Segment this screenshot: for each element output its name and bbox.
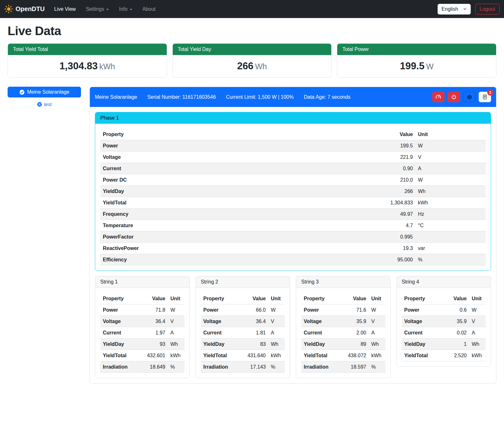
nav-links: Live View Settings Info About: [49, 4, 161, 15]
string-table-body: Power 66.0 W Voltage 36.4 V: [201, 304, 285, 373]
summary-card-total-power: Total Power 199.5W: [337, 43, 496, 78]
unit-cell: A: [369, 327, 385, 339]
table-row: ReactivePower 19.3 var: [100, 243, 486, 254]
property-cell: YieldTotal: [301, 350, 339, 361]
property-cell: YieldDay: [100, 339, 138, 350]
summary-card-body: 199.5W: [337, 55, 496, 77]
summary-card-value: 266: [237, 60, 253, 72]
value-cell: 1.97: [138, 327, 168, 339]
property-cell: Voltage: [402, 316, 443, 327]
col-value: Value: [239, 293, 268, 304]
unit-cell: W: [369, 304, 385, 316]
summary-card-unit: kWh: [99, 62, 115, 71]
nav-about[interactable]: About: [137, 4, 161, 15]
col-value: Value: [138, 293, 168, 304]
inverter-sidebar: Meine Solaranlage test: [8, 87, 81, 107]
brand-link[interactable]: OpenDTU: [4, 5, 45, 13]
table-header-row: Property Value Unit: [301, 293, 385, 304]
nav-live-view[interactable]: Live View: [49, 4, 81, 15]
property-cell: YieldDay: [402, 339, 443, 350]
value-cell: 2.520: [443, 350, 469, 361]
inverter-power-button[interactable]: [448, 92, 460, 102]
string-card-body: Property Value Unit Power: [95, 288, 190, 378]
summary-card-total-yield-total: Total Yield Total 1,304.83kWh: [8, 43, 167, 78]
inverter-select-test[interactable]: test: [8, 102, 81, 107]
col-property: Property: [402, 293, 443, 304]
table-row: YieldTotal 438.072 kWh: [301, 350, 385, 361]
table-row: Voltage 36.4 V: [100, 316, 184, 327]
property-cell: Voltage: [301, 316, 339, 327]
nav-settings[interactable]: Settings: [81, 4, 114, 15]
nav-info[interactable]: Info: [114, 4, 137, 15]
string-card-title: String 3: [296, 276, 390, 288]
table-row: Power DC 210.0 W: [100, 174, 486, 186]
table-row: PowerFactor 0.995: [100, 231, 486, 243]
language-select[interactable]: English: [438, 4, 471, 15]
table-row: YieldDay 83 Wh: [201, 339, 285, 350]
phase-table-body: Power 199.5 W Voltage 221.9 V: [100, 140, 486, 265]
unit-cell: kWh: [369, 350, 385, 361]
property-cell: Voltage: [100, 316, 138, 327]
property-cell: Power: [100, 140, 289, 152]
col-property: Property: [301, 293, 339, 304]
table-row: Current 0.02 A: [402, 327, 486, 339]
col-value: Value: [443, 293, 469, 304]
value-cell: 1,304.833: [289, 197, 415, 209]
value-cell: 199.5: [289, 140, 415, 152]
table-header-row: Property Value Unit: [100, 293, 184, 304]
property-cell: Temperature: [100, 220, 289, 231]
property-cell: Current: [100, 327, 138, 339]
unit-cell: W: [469, 304, 486, 316]
inverter-limit-settings-button[interactable]: [463, 92, 476, 102]
string-table: Property Value Unit Power: [100, 293, 184, 373]
speedometer-icon: [435, 94, 441, 100]
value-cell: 36.4: [239, 316, 268, 327]
summary-card-title: Total Yield Total: [8, 44, 167, 55]
property-cell: Voltage: [201, 316, 239, 327]
property-cell: Efficiency: [100, 254, 289, 265]
unit-cell: W: [415, 174, 486, 186]
chevron-down-icon: [463, 7, 467, 11]
inverter-info-button[interactable]: [432, 92, 445, 102]
value-cell: 0.90: [289, 163, 415, 174]
value-cell: 432.601: [138, 350, 168, 361]
value-cell: 266: [289, 186, 415, 197]
property-cell: YieldTotal: [100, 197, 289, 209]
value-cell: 18.649: [138, 361, 168, 373]
unit-cell: kWh: [168, 350, 184, 361]
value-cell: 0.02: [443, 327, 469, 339]
unit-cell: W: [268, 304, 285, 316]
property-cell: Power: [201, 304, 239, 316]
table-row: Power 71.6 W: [301, 304, 385, 316]
property-cell: Current: [402, 327, 443, 339]
string-table-body: Power 71.8 W Voltage 36.4 V: [100, 304, 184, 373]
language-select-value: English: [442, 6, 458, 12]
eventlog-button-wrap: 2: [479, 92, 491, 102]
value-cell: 19.3: [289, 243, 415, 254]
value-cell: 431.640: [239, 350, 268, 361]
inverter-panel-header: Meine Solaranlage Serial Number: 1161716…: [90, 87, 496, 107]
sun-icon: [4, 5, 13, 13]
value-cell: 210.0: [289, 174, 415, 186]
string-table: Property Value Unit Power: [402, 293, 486, 361]
unit-cell: Wh: [168, 339, 184, 350]
table-row: Voltage 35.9 V: [301, 316, 385, 327]
summary-card-title: Total Power: [337, 44, 496, 55]
nav-settings-label: Settings: [86, 6, 104, 12]
table-row: YieldTotal 2.520 kWh: [402, 350, 486, 361]
phase-table: Property Value Unit Power: [100, 129, 486, 265]
string-card-body: Property Value Unit Power: [296, 288, 390, 378]
logout-button[interactable]: Logout: [475, 4, 500, 15]
table-row: Power 0.6 W: [402, 304, 486, 316]
value-cell: 17.143: [239, 361, 268, 373]
string-card-title: String 2: [196, 276, 290, 288]
unit-cell: Wh: [415, 186, 486, 197]
inverter-select-meine-solaranlage[interactable]: Meine Solaranlage: [8, 87, 81, 97]
value-cell: 95.000: [289, 254, 415, 265]
property-cell: Power: [402, 304, 443, 316]
value-cell: 35.9: [443, 316, 469, 327]
content-row: Meine Solaranlage test Meine Solaranlage…: [8, 87, 496, 383]
inverter-name: Meine Solaranlage: [95, 94, 137, 100]
col-unit: Unit: [369, 293, 385, 304]
table-row: Power 66.0 W: [201, 304, 285, 316]
